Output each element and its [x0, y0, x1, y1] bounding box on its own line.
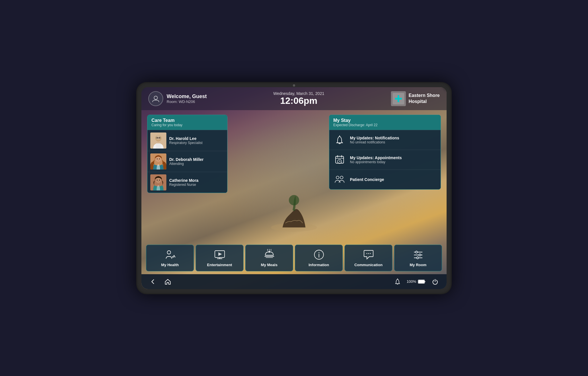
footer-left: [148, 277, 172, 286]
hospital-logo: [391, 91, 406, 106]
my-stay-subtitle: Expected Discharge: April 22: [333, 123, 437, 127]
home-button[interactable]: [163, 277, 172, 286]
nav-tile-information[interactable]: Information: [295, 245, 343, 271]
stay-item-notifications[interactable]: My Updates: Notifications No unread noti…: [329, 130, 441, 150]
hospital-name: Eastern Shore Hospital: [409, 93, 440, 105]
staff-item-catherine[interactable]: Catherine Mora Registered Nurse: [147, 172, 227, 193]
footer-right: 100%: [393, 277, 440, 286]
welcome-text: Welcome, Guest Room: WD-N206: [167, 93, 207, 104]
nav-tile-communication[interactable]: Communication: [344, 245, 392, 271]
stay-text-notifications: My Updates: Notifications No unread noti…: [350, 136, 399, 144]
staff-info-deborah: Dr. Deborah Miller Attending: [169, 157, 204, 166]
battery-level: 100%: [407, 279, 416, 284]
staff-photo-catherine: [150, 174, 166, 190]
concierge-title: Patient Concierge: [350, 177, 384, 182]
appointments-title: My Updates: Appointments: [350, 155, 402, 160]
svg-point-48: [370, 253, 371, 254]
svg-point-34: [167, 251, 171, 254]
header-center: Wednesday, March 31, 2021 12:06pm: [273, 91, 324, 106]
bottom-nav: My Health Entertainment: [141, 242, 447, 274]
nav-label-communication: Communication: [354, 263, 382, 267]
nav-tile-entertainment[interactable]: Entertainment: [196, 245, 244, 271]
nav-tile-my-health[interactable]: My Health: [146, 245, 194, 271]
stay-item-concierge[interactable]: Patient Concierge: [329, 170, 441, 189]
nav-tile-my-meals[interactable]: My Meals: [245, 245, 293, 271]
stay-text-concierge: Patient Concierge: [350, 177, 384, 182]
information-icon: [313, 249, 325, 260]
stay-text-appointments: My Updates: Appointments No appointments…: [350, 155, 402, 164]
header-left: Welcome, Guest Room: WD-N206: [148, 91, 207, 106]
notifications-sub: No unread notifications: [350, 140, 399, 144]
svg-point-19: [159, 158, 160, 159]
svg-point-22: [157, 180, 158, 181]
care-team-header: Care Team Caring for you today: [147, 115, 227, 130]
notification-bell[interactable]: [393, 277, 402, 286]
health-icon: [164, 249, 176, 260]
nav-label-my-room: My Room: [410, 263, 427, 267]
notifications-title: My Updates: Notifications: [350, 136, 399, 140]
appointments-icon: [333, 153, 346, 166]
care-team-panel: Care Team Caring for you today: [147, 115, 227, 193]
header-right: Eastern Shore Hospital: [391, 91, 440, 106]
back-button[interactable]: [148, 277, 157, 286]
svg-point-46: [366, 253, 367, 254]
care-team-title: Care Team: [151, 118, 223, 123]
notification-icon: [333, 134, 346, 146]
nav-label-information: Information: [309, 263, 329, 267]
svg-marker-37: [219, 253, 221, 256]
my-stay-panel: My Stay Expected Discharge: April 22: [329, 115, 441, 190]
footer-bar: 100%: [141, 274, 447, 289]
svg-point-2: [154, 96, 157, 100]
nav-label-entertainment: Entertainment: [207, 263, 232, 267]
staff-name-catherine: Catherine Mora: [169, 178, 198, 183]
header-date: Wednesday, March 31, 2021: [273, 91, 324, 96]
svg-rect-8: [156, 143, 161, 149]
staff-name-deborah: Dr. Deborah Miller: [169, 157, 204, 162]
staff-info-catherine: Catherine Mora Registered Nurse: [169, 178, 198, 187]
welcome-name: Welcome, Guest: [167, 93, 207, 100]
power-button[interactable]: [431, 277, 440, 286]
svg-point-10: [157, 137, 158, 138]
screen: Welcome, Guest Room: WD-N206 Wednesday, …: [141, 87, 447, 289]
avatar: [148, 91, 163, 106]
svg-rect-57: [418, 280, 424, 283]
staff-name-harold: Dr. Harold Lee: [169, 136, 203, 141]
staff-item-deborah[interactable]: Dr. Deborah Miller Attending: [147, 151, 227, 172]
svg-point-32: [336, 176, 339, 179]
svg-point-17: [156, 157, 161, 162]
content: Welcome, Guest Room: WD-N206 Wednesday, …: [141, 87, 447, 289]
entertainment-icon: [214, 249, 225, 260]
svg-point-44: [318, 252, 319, 253]
staff-role-deborah: Attending: [169, 162, 204, 166]
svg-point-21: [156, 178, 161, 183]
stay-item-appointments[interactable]: My Updates: Appointments No appointments…: [329, 150, 441, 170]
main-area: Care Team Caring for you today: [141, 110, 447, 242]
staff-role-harold: Respiratory Specialist: [169, 141, 203, 145]
staff-photo-deborah: [150, 153, 166, 170]
care-team-subtitle: Caring for you today: [151, 123, 223, 127]
communication-icon: [363, 249, 374, 260]
svg-rect-25: [336, 156, 344, 163]
my-stay-title: My Stay: [333, 118, 437, 123]
svg-point-53: [419, 254, 421, 256]
svg-point-11: [159, 137, 160, 138]
staff-info-harold: Dr. Harold Lee Respiratory Specialist: [169, 136, 203, 145]
staff-role-catherine: Registered Nurse: [169, 183, 198, 187]
room-icon: [412, 249, 424, 260]
svg-point-47: [368, 253, 369, 254]
svg-point-52: [415, 251, 417, 253]
my-stay-header: My Stay Expected Discharge: April 22: [329, 115, 441, 130]
nav-tile-my-room[interactable]: My Room: [394, 245, 442, 271]
nav-label-my-health: My Health: [161, 263, 179, 267]
concierge-icon: [333, 173, 346, 186]
svg-point-23: [159, 180, 160, 181]
nav-label-my-meals: My Meals: [261, 263, 278, 267]
staff-photo-harold: [150, 133, 166, 149]
welcome-room: Room: WD-N206: [167, 100, 207, 104]
staff-item-harold[interactable]: Dr. Harold Lee Respiratory Specialist: [147, 130, 227, 151]
header: Welcome, Guest Room: WD-N206 Wednesday, …: [141, 87, 447, 110]
svg-point-54: [416, 257, 418, 259]
appointments-sub: No appointments today: [350, 160, 402, 164]
svg-point-33: [340, 176, 343, 179]
header-time: 12:06pm: [273, 96, 324, 106]
